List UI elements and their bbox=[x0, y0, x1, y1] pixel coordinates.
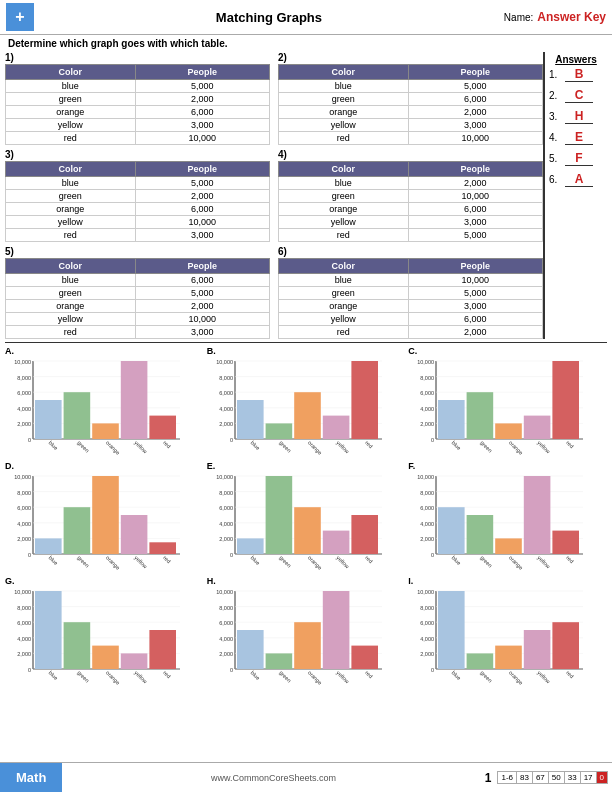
svg-rect-208 bbox=[467, 653, 494, 669]
svg-rect-86 bbox=[35, 538, 62, 554]
svg-text:blue: blue bbox=[48, 439, 60, 451]
svg-text:6,000: 6,000 bbox=[219, 505, 233, 511]
svg-rect-62 bbox=[438, 400, 465, 439]
svg-text:orange: orange bbox=[508, 439, 524, 455]
svg-text:0: 0 bbox=[431, 667, 434, 673]
svg-text:2,000: 2,000 bbox=[17, 421, 31, 427]
svg-text:orange: orange bbox=[105, 554, 121, 570]
svg-text:2,000: 2,000 bbox=[219, 421, 233, 427]
svg-text:6,000: 6,000 bbox=[421, 620, 435, 626]
answer-item-2: 2.C bbox=[549, 88, 603, 103]
svg-rect-66 bbox=[496, 423, 523, 439]
svg-text:red: red bbox=[565, 669, 575, 679]
svg-rect-42 bbox=[294, 392, 321, 439]
svg-text:green: green bbox=[278, 669, 292, 683]
svg-text:0: 0 bbox=[230, 667, 233, 673]
table-item-2: 2)ColorPeopleblue5,000green6,000orange2,… bbox=[278, 52, 543, 145]
svg-text:blue: blue bbox=[249, 439, 261, 451]
svg-text:10,000: 10,000 bbox=[216, 589, 233, 595]
table-label-2: 2) bbox=[278, 52, 543, 63]
footer-stat-1: 67 bbox=[533, 772, 549, 783]
svg-rect-140 bbox=[524, 476, 551, 554]
svg-text:6,000: 6,000 bbox=[17, 505, 31, 511]
svg-rect-68 bbox=[524, 416, 551, 439]
answer-val-6: A bbox=[565, 172, 593, 187]
table-item-4: 4)ColorPeopleblue2,000green10,000orange6… bbox=[278, 149, 543, 242]
svg-text:yellow: yellow bbox=[537, 554, 552, 569]
svg-rect-16 bbox=[64, 392, 91, 439]
svg-rect-64 bbox=[467, 392, 494, 439]
svg-text:green: green bbox=[76, 669, 90, 683]
svg-rect-20 bbox=[121, 361, 148, 439]
svg-text:red: red bbox=[364, 669, 374, 679]
svg-text:0: 0 bbox=[431, 437, 434, 443]
answer-item-6: 6.A bbox=[549, 172, 603, 187]
svg-rect-142 bbox=[553, 531, 580, 554]
table-item-1: 1)ColorPeopleblue5,000green2,000orange6,… bbox=[5, 52, 270, 145]
answer-num-4: 4. bbox=[549, 132, 565, 143]
svg-text:10,000: 10,000 bbox=[14, 359, 31, 365]
svg-text:4,000: 4,000 bbox=[421, 406, 435, 412]
footer-math-label: Math bbox=[0, 763, 62, 792]
svg-text:0: 0 bbox=[230, 552, 233, 558]
svg-rect-166 bbox=[149, 630, 176, 669]
footer-stat-0: 83 bbox=[517, 772, 533, 783]
svg-text:yellow: yellow bbox=[133, 554, 148, 569]
footer-range: 1-6 bbox=[498, 772, 517, 783]
svg-rect-18 bbox=[92, 423, 119, 439]
answers-title: Answers bbox=[549, 54, 603, 65]
svg-text:2,000: 2,000 bbox=[17, 651, 31, 657]
svg-rect-210 bbox=[496, 646, 523, 669]
graph-item-I: I.02,0004,0006,0008,00010,000bluegreenor… bbox=[408, 576, 607, 689]
svg-text:10,000: 10,000 bbox=[14, 589, 31, 595]
svg-text:blue: blue bbox=[48, 554, 60, 566]
svg-text:4,000: 4,000 bbox=[17, 521, 31, 527]
svg-text:green: green bbox=[480, 669, 494, 683]
svg-text:blue: blue bbox=[249, 669, 261, 681]
svg-text:10,000: 10,000 bbox=[14, 474, 31, 480]
svg-text:yellow: yellow bbox=[537, 669, 552, 684]
svg-text:yellow: yellow bbox=[537, 439, 552, 454]
svg-text:green: green bbox=[76, 554, 90, 568]
svg-text:6,000: 6,000 bbox=[421, 390, 435, 396]
name-label: Name: bbox=[504, 12, 533, 23]
table-item-6: 6)ColorPeopleblue10,000green5,000orange3… bbox=[278, 246, 543, 339]
svg-text:green: green bbox=[480, 554, 494, 568]
table-item-3: 3)ColorPeopleblue5,000green2,000orange6,… bbox=[5, 149, 270, 242]
svg-text:6,000: 6,000 bbox=[219, 620, 233, 626]
svg-rect-40 bbox=[265, 423, 292, 439]
svg-text:4,000: 4,000 bbox=[17, 406, 31, 412]
svg-text:4,000: 4,000 bbox=[219, 406, 233, 412]
svg-text:orange: orange bbox=[105, 669, 121, 685]
svg-text:red: red bbox=[364, 554, 374, 564]
svg-text:4,000: 4,000 bbox=[219, 521, 233, 527]
answer-item-5: 5.F bbox=[549, 151, 603, 166]
footer-url: www.CommonCoreSheets.com bbox=[62, 773, 484, 783]
svg-rect-158 bbox=[35, 591, 62, 669]
svg-rect-162 bbox=[92, 646, 119, 669]
graphs-section: A.02,0004,0006,0008,00010,000bluegreenor… bbox=[0, 344, 612, 691]
answer-val-5: F bbox=[565, 151, 593, 166]
svg-text:2,000: 2,000 bbox=[219, 651, 233, 657]
svg-rect-134 bbox=[438, 507, 465, 554]
svg-rect-214 bbox=[553, 622, 580, 669]
graph-item-G: G.02,0004,0006,0008,00010,000bluegreenor… bbox=[5, 576, 204, 689]
graph-row-2: G.02,0004,0006,0008,00010,000bluegreenor… bbox=[5, 576, 607, 689]
svg-text:8,000: 8,000 bbox=[17, 490, 31, 496]
answer-key-label: Answer Key bbox=[537, 10, 606, 24]
svg-text:10,000: 10,000 bbox=[418, 359, 435, 365]
svg-text:orange: orange bbox=[508, 554, 524, 570]
svg-text:6,000: 6,000 bbox=[17, 620, 31, 626]
table-label-5: 5) bbox=[5, 246, 270, 257]
answer-item-4: 4.E bbox=[549, 130, 603, 145]
svg-text:blue: blue bbox=[48, 669, 60, 681]
graph-item-B: B.02,0004,0006,0008,00010,000bluegreenor… bbox=[207, 346, 406, 459]
graph-item-D: D.02,0004,0006,0008,00010,000bluegreenor… bbox=[5, 461, 204, 574]
instruction: Determine which graph goes with which ta… bbox=[0, 35, 612, 52]
svg-text:2,000: 2,000 bbox=[421, 536, 435, 542]
graph-item-A: A.02,0004,0006,0008,00010,000bluegreenor… bbox=[5, 346, 204, 459]
svg-text:8,000: 8,000 bbox=[17, 605, 31, 611]
graph-item-H: H.02,0004,0006,0008,00010,000bluegreenor… bbox=[207, 576, 406, 689]
svg-text:8,000: 8,000 bbox=[219, 490, 233, 496]
svg-text:8,000: 8,000 bbox=[421, 605, 435, 611]
